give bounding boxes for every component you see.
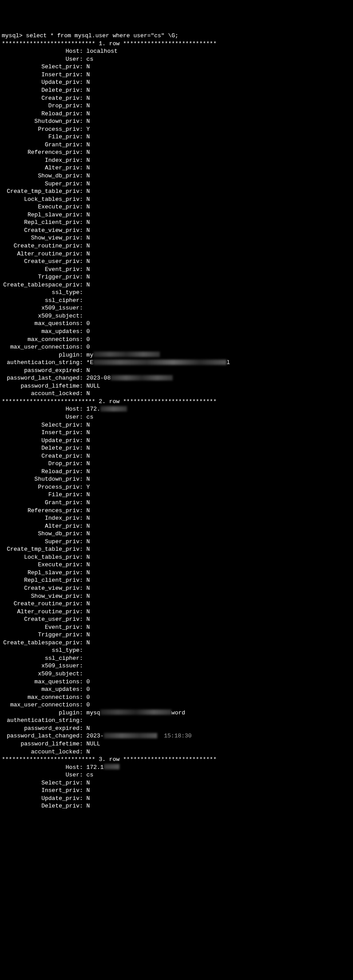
field-value: N	[87, 538, 90, 546]
field-label: Event_priv	[2, 623, 79, 631]
field-value: N	[87, 576, 90, 584]
field-separator: :	[79, 647, 87, 655]
field-separator: :	[79, 55, 87, 63]
field-label: Trigger_priv	[2, 273, 79, 281]
field-row: References_priv: N	[2, 507, 351, 515]
field-value: N	[87, 94, 90, 102]
field-value: N	[87, 725, 90, 733]
field-row: Shutdown_priv: N	[2, 475, 351, 483]
field-separator: :	[79, 701, 87, 709]
field-value: N	[87, 281, 90, 289]
field-separator: :	[79, 149, 87, 157]
field-separator: :	[79, 133, 87, 141]
field-value: N	[87, 514, 90, 522]
field-row: x509_subject:	[2, 312, 351, 320]
terminal-output: mysql> select * from mysql.user where us…	[2, 32, 351, 810]
field-value: N	[87, 545, 90, 553]
field-row: max_updates: 0	[2, 686, 351, 694]
field-separator: :	[79, 86, 87, 94]
field-row: password_expired: N	[2, 367, 351, 375]
field-row: Index_priv: N	[2, 157, 351, 165]
field-row: Create_user_priv: N	[2, 615, 351, 623]
field-row: Event_priv: N	[2, 266, 351, 274]
value-prefix: 2023-08	[87, 375, 111, 381]
field-separator: :	[79, 499, 87, 507]
redacted-segment	[100, 710, 171, 715]
field-separator: :	[79, 63, 87, 71]
field-row: Show_db_priv: N	[2, 172, 351, 180]
field-value: N	[87, 569, 90, 577]
field-row: Index_priv: N	[2, 514, 351, 522]
field-row: max_questions: 0	[2, 678, 351, 686]
field-row: Alter_priv: N	[2, 164, 351, 172]
field-label: Delete_priv	[2, 86, 79, 94]
field-value: N	[87, 102, 90, 110]
field-separator: :	[79, 413, 87, 421]
field-separator: :	[79, 764, 87, 772]
field-label: max_user_connections	[2, 701, 79, 709]
field-row: Create_user_priv: N	[2, 258, 351, 266]
field-row: max_connections: 0	[2, 336, 351, 344]
field-row: Grant_priv: N	[2, 499, 351, 507]
field-row: Alter_routine_priv: N	[2, 250, 351, 258]
field-row: Drop_priv: N	[2, 102, 351, 110]
field-label: Drop_priv	[2, 102, 79, 110]
field-value: N	[87, 63, 90, 71]
field-label: max_updates	[2, 328, 79, 336]
field-label: Create_priv	[2, 452, 79, 460]
field-value: N	[87, 367, 90, 375]
field-separator: :	[79, 343, 87, 351]
field-separator: :	[79, 561, 87, 569]
field-label: Update_priv	[2, 78, 79, 86]
field-label: Delete_priv	[2, 802, 79, 810]
field-label: Repl_slave_priv	[2, 569, 79, 577]
field-label: Create_user_priv	[2, 258, 79, 266]
field-separator: :	[79, 631, 87, 639]
field-value: N	[87, 468, 90, 476]
field-value: N	[87, 608, 90, 616]
field-value: N	[87, 141, 90, 149]
field-separator: :	[79, 576, 87, 584]
field-row: Create_view_priv: N	[2, 584, 351, 592]
field-row: Delete_priv: N	[2, 444, 351, 452]
field-value: N	[87, 180, 90, 188]
field-value: cs	[87, 413, 94, 421]
field-row: ssl_cipher:	[2, 655, 351, 662]
field-value: N	[87, 787, 90, 795]
field-separator: :	[79, 771, 87, 779]
field-row: Reload_priv: N	[2, 110, 351, 118]
field-row: Host: localhost	[2, 47, 351, 55]
field-label: Repl_slave_priv	[2, 211, 79, 219]
field-row: Create_tablespace_priv: N	[2, 639, 351, 647]
field-label: User	[2, 413, 79, 421]
field-separator: :	[79, 662, 87, 670]
field-separator: :	[79, 748, 87, 756]
field-separator: :	[79, 491, 87, 499]
field-label: Create_tmp_table_priv	[2, 545, 79, 553]
field-value: N	[87, 437, 90, 445]
field-separator: :	[79, 78, 87, 86]
value-suffix: word	[171, 710, 185, 716]
field-separator: :	[79, 266, 87, 274]
field-label: ssl_cipher	[2, 655, 79, 662]
redacted-segment	[104, 733, 157, 738]
field-separator: :	[79, 250, 87, 258]
field-label: Host	[2, 764, 79, 772]
field-value: N	[87, 234, 90, 242]
field-row: Create_tablespace_priv: N	[2, 281, 351, 289]
field-label: Alter_routine_priv	[2, 608, 79, 616]
field-row: User: cs	[2, 771, 351, 779]
field-label: Event_priv	[2, 266, 79, 274]
field-separator: :	[79, 608, 87, 616]
field-label: ssl_type	[2, 289, 79, 297]
field-row: plugin: my	[2, 351, 351, 359]
field-label: Insert_priv	[2, 787, 79, 795]
field-value: 0	[87, 678, 90, 686]
field-separator: :	[79, 670, 87, 678]
field-separator: :	[79, 615, 87, 623]
field-row: Lock_tables_priv: N	[2, 196, 351, 204]
field-value: N	[87, 118, 90, 125]
field-row: ssl_cipher:	[2, 297, 351, 305]
field-value: 2023-08	[87, 374, 173, 382]
field-row: Show_view_priv: N	[2, 592, 351, 600]
